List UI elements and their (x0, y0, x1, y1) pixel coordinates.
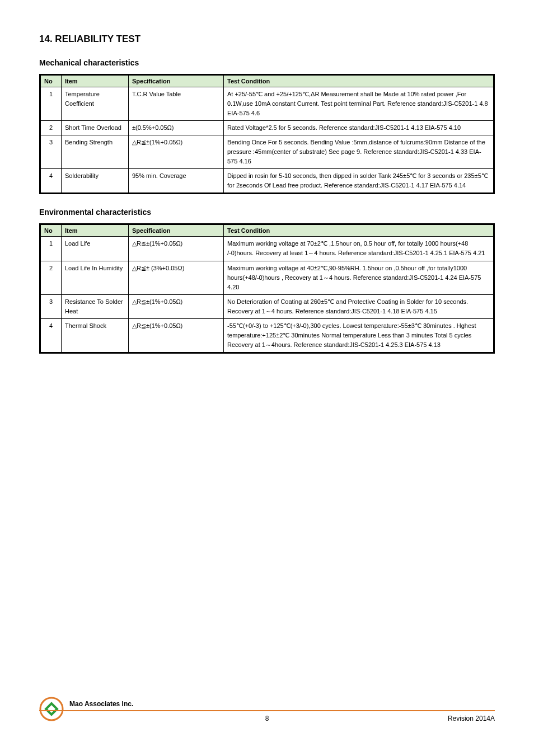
th-spec: Specification (129, 75, 224, 87)
cell-spec: 95% min. Coverage (129, 169, 224, 194)
cell-no: 2 (40, 261, 62, 294)
footer: Mao Associates Inc. 8 Revision 2014A (39, 700, 495, 722)
page-title: 14. RELIABILITY TEST (39, 34, 495, 45)
cell-item: Resistance To Solder Heat (62, 294, 129, 318)
cell-item: Bending Strength (62, 135, 129, 169)
table-environmental: No Item Specification Test Condition 1 L… (39, 223, 495, 353)
section2-title: Environmental characteristics (39, 208, 495, 217)
table-row: 2 Load Life In Humidity △R≦± (3%+0.05Ω) … (40, 261, 494, 294)
cell-spec: △R≦±(1%+0.05Ω) (129, 318, 224, 353)
cell-no: 1 (40, 237, 62, 261)
table-row: 3 Resistance To Solder Heat △R≦±(1%+0.05… (40, 294, 494, 318)
th-no: No (40, 75, 62, 87)
th-cond: Test Condition (224, 75, 494, 87)
th-spec: Specification (129, 224, 224, 237)
cell-item: Load Life In Humidity (62, 261, 129, 294)
th-cond: Test Condition (224, 224, 494, 237)
cell-item: Load Life (62, 237, 129, 261)
cell-cond: Maximum working voltage at 70±2℃ ,1.5hou… (224, 237, 494, 261)
page-number: 8 (265, 715, 269, 722)
table-row: 4 Solderability 95% min. Coverage Dipped… (40, 169, 494, 194)
cell-no: 3 (40, 135, 62, 169)
table-header-row: No Item Specification Test Condition (40, 75, 494, 87)
th-item: Item (62, 75, 129, 87)
th-no: No (40, 224, 62, 237)
footer-divider (39, 710, 495, 711)
cell-no: 4 (40, 318, 62, 353)
cell-cond: At +25/-55℃ and +25/+125℃,ΔR Measurement… (224, 87, 494, 121)
table-header-row: No Item Specification Test Condition (40, 224, 494, 237)
cell-spec: △R≦± (3%+0.05Ω) (129, 261, 224, 294)
cell-cond: Rated Voltage*2.5 for 5 seconds. Referen… (224, 121, 494, 135)
th-item: Item (62, 224, 129, 237)
revision-label: Revision 2014A (448, 715, 495, 722)
cell-spec: △R≦±(1%+0.05Ω) (129, 237, 224, 261)
cell-cond: Bending Once For 5 seconds. Bending Valu… (224, 135, 494, 169)
cell-item: Thermal Shock (62, 318, 129, 353)
table-mechanical: No Item Specification Test Condition 1 T… (39, 74, 495, 194)
table-row: 3 Bending Strength △R≦±(1%+0.05Ω) Bendin… (40, 135, 494, 169)
cell-cond: No Deterioration of Coating at 260±5℃ an… (224, 294, 494, 318)
table-row: 1 Load Life △R≦±(1%+0.05Ω) Maximum worki… (40, 237, 494, 261)
cell-no: 1 (40, 87, 62, 121)
cell-no: 3 (40, 294, 62, 318)
table-row: 1 Temperature Coefficient T.C.R Value Ta… (40, 87, 494, 121)
section1-title: Mechanical characteristics (39, 58, 495, 67)
cell-spec: △R≦±(1%+0.05Ω) (129, 135, 224, 169)
cell-cond: Maximum working voltage at 40±2℃,90-95%R… (224, 261, 494, 294)
cell-item: Temperature Coefficient (62, 87, 129, 121)
cell-no: 2 (40, 121, 62, 135)
table-row: 2 Short Time Overload ±(0.5%+0.05Ω) Rate… (40, 121, 494, 135)
cell-no: 4 (40, 169, 62, 194)
cell-spec: △R≦±(1%+0.05Ω) (129, 294, 224, 318)
cell-item: Short Time Overload (62, 121, 129, 135)
cell-spec: T.C.R Value Table (129, 87, 224, 121)
cell-cond: Dipped in rosin for 5-10 seconds, then d… (224, 169, 494, 194)
table-row: 4 Thermal Shock △R≦±(1%+0.05Ω) -55℃(+0/-… (40, 318, 494, 353)
cell-cond: -55℃(+0/-3) to +125℃(+3/-0),300 cycles. … (224, 318, 494, 353)
cell-item: Solderability (62, 169, 129, 194)
company-name: Mao Associates Inc. (69, 700, 495, 708)
cell-spec: ±(0.5%+0.05Ω) (129, 121, 224, 135)
